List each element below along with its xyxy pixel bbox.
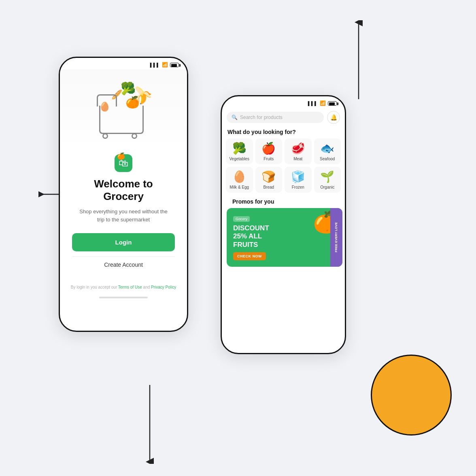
promo-peek-text: FREE EVERY LOVE <box>334 222 338 252</box>
category-label-6: Frozen <box>292 185 304 189</box>
status-bar-1: ▌▌▌ 📶 <box>60 58 187 69</box>
category-label-0: Vegetables <box>230 157 250 161</box>
category-label-7: Organic <box>320 185 334 189</box>
category-icon-7: 🌱 <box>320 170 334 183</box>
categories-title: What do you looking for? <box>222 127 345 138</box>
welcome-title: Welcome to Grocery <box>94 178 153 203</box>
signal-icon: ▌▌▌ <box>150 63 160 67</box>
category-icon-5: 🍞 <box>261 170 276 183</box>
category-item-meat[interactable]: 🥩Meat <box>285 138 312 164</box>
category-icon-6: 🧊 <box>291 170 305 183</box>
grocery-hero-image: 🥦 🍌 🍊 🥖 🥚 <box>60 69 187 150</box>
cart-body <box>99 106 144 134</box>
promo-content: Gocery DISCOUNT 25% ALL FRUITS CHECK NOW <box>233 215 269 260</box>
search-bar-row: 🔍 Search for products 🔔 <box>222 108 345 127</box>
leaf-decoration: 🍊 <box>117 152 125 160</box>
category-icon-2: 🥩 <box>291 142 305 155</box>
welcome-subtitle: Shop everything you need without the tri… <box>72 208 175 223</box>
category-label-2: Meat <box>293 157 302 161</box>
battery-icon <box>170 63 179 67</box>
cart-handle <box>97 94 117 106</box>
promo-card-main: Gocery DISCOUNT 25% ALL FRUITS CHECK NOW… <box>227 208 342 267</box>
phone-1: ▌▌▌ 📶 🥦 🍌 🍊 🥖 🥚 🍊 🛍 W <box>59 57 188 332</box>
terms-link[interactable]: Terms of Use <box>118 285 142 289</box>
category-label-1: Fruits <box>264 157 274 161</box>
cart-illustration: 🥦 🍌 🍊 🥖 🥚 <box>91 77 156 142</box>
category-item-bread[interactable]: 🍞Bread <box>255 167 283 193</box>
promo-badge: Gocery <box>233 216 250 222</box>
search-placeholder-text: Search for products <box>240 115 283 120</box>
check-now-button[interactable]: CHECK NOW <box>233 252 266 260</box>
privacy-link[interactable]: Privacy Policy <box>151 285 176 289</box>
login-button[interactable]: Login <box>72 233 175 251</box>
category-item-fruits[interactable]: 🍎Fruits <box>255 138 283 164</box>
promo-purple-peek: FREE EVERY LOVE <box>330 208 342 267</box>
category-item-frozen[interactable]: 🧊Frozen <box>285 167 312 193</box>
category-label-4: Milk & Egg <box>230 185 249 189</box>
category-icon-3: 🐟 <box>320 142 334 155</box>
search-icon: 🔍 <box>232 115 238 120</box>
category-icon-4: 🥚 <box>232 170 246 183</box>
search-input-box[interactable]: 🔍 Search for products <box>227 112 324 123</box>
orange-circle-decoration <box>371 355 452 436</box>
promos-title: Promos for you <box>227 197 342 208</box>
notification-button[interactable]: 🔔 <box>327 111 340 124</box>
cart-wheel-left <box>102 133 108 139</box>
category-item-vegetables[interactable]: 🥦Vegetables <box>226 138 253 164</box>
wifi-icon: 📶 <box>162 62 168 68</box>
home-indicator-1 <box>99 297 148 298</box>
app-logo: 🍊 🛍 <box>115 154 132 172</box>
battery-icon-2 <box>328 101 337 106</box>
wifi-icon-2: 📶 <box>320 100 326 106</box>
category-grid: 🥦Vegetables🍎Fruits🥩Meat🐟Seafood🥚Milk & E… <box>222 138 345 197</box>
category-label-5: Bread <box>263 185 274 189</box>
promos-section: Promos for you Gocery DISCOUNT 25% ALL F… <box>222 197 346 354</box>
terms-text: By login in you accept our Terms of Use … <box>60 276 187 290</box>
create-account-button[interactable]: Create Account <box>72 256 175 273</box>
category-label-3: Seafood <box>320 157 335 161</box>
status-bar-2: ▌▌▌ 📶 <box>222 96 345 108</box>
arrow-up <box>351 20 367 101</box>
brand-section: 🍊 🛍 Welcome to Grocery Shop everything y… <box>60 150 187 276</box>
arrow-down <box>142 383 158 464</box>
phone-2: ▌▌▌ 📶 🔍 Search for products 🔔 What do yo… <box>221 95 346 354</box>
category-item-organic[interactable]: 🌱Organic <box>314 167 341 193</box>
promo-title: DISCOUNT 25% ALL FRUITS <box>233 224 269 249</box>
category-icon-0: 🥦 <box>232 142 246 155</box>
category-item-milk-&-egg[interactable]: 🥚Milk & Egg <box>226 167 253 193</box>
cart-wheel-right <box>132 133 137 139</box>
promo-row: Gocery DISCOUNT 25% ALL FRUITS CHECK NOW… <box>227 208 342 267</box>
promo-card[interactable]: Gocery DISCOUNT 25% ALL FRUITS CHECK NOW… <box>227 208 342 267</box>
category-item-seafood[interactable]: 🐟Seafood <box>314 138 341 164</box>
category-icon-1: 🍎 <box>261 142 276 155</box>
signal-icon-2: ▌▌▌ <box>308 101 318 106</box>
